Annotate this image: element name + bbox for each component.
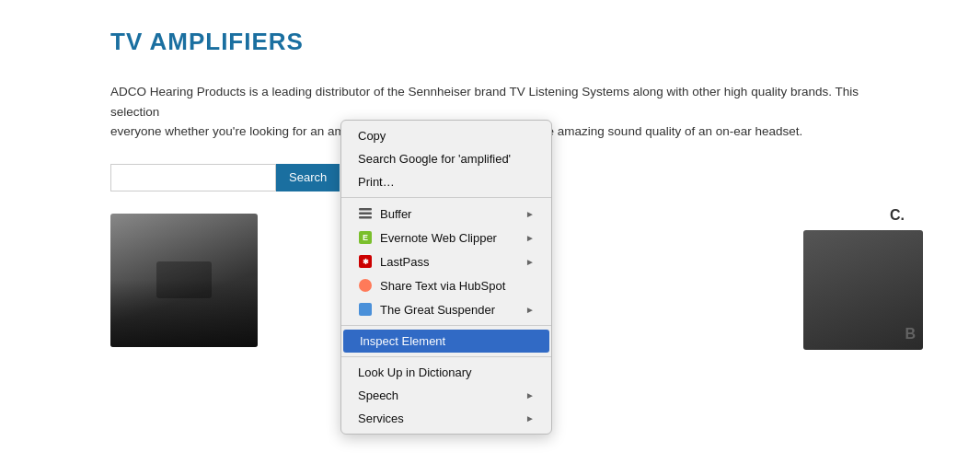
buffer-label: Buffer bbox=[380, 207, 411, 221]
speech-chevron: ► bbox=[525, 390, 535, 400]
product-speaker bbox=[110, 214, 258, 347]
suspender-icon bbox=[358, 302, 373, 317]
page-title: TV AMPLIFIERS bbox=[110, 28, 870, 56]
copy-label: Copy bbox=[358, 129, 386, 143]
hubspot-label: Share Text via HubSpot bbox=[380, 279, 505, 293]
menu-item-print[interactable]: Print… bbox=[341, 170, 551, 193]
product-letter-c: C. bbox=[890, 207, 905, 224]
search-input[interactable] bbox=[110, 164, 276, 191]
menu-item-lookup[interactable]: Look Up in Dictionary bbox=[341, 361, 551, 384]
svg-rect-0 bbox=[359, 208, 372, 211]
menu-item-copy[interactable]: Copy bbox=[341, 124, 551, 147]
evernote-label: Evernote Web Clipper bbox=[380, 231, 497, 245]
description-text-2: everyone whether you're looking for an a… bbox=[110, 124, 345, 138]
menu-divider-1 bbox=[341, 197, 551, 198]
buffer-chevron: ► bbox=[525, 209, 535, 219]
menu-item-search-google[interactable]: Search Google for 'amplified' bbox=[341, 147, 551, 170]
svg-rect-2 bbox=[359, 216, 372, 219]
context-menu: Copy Search Google for 'amplified' Print… bbox=[340, 120, 552, 435]
lastpass-label: LastPass bbox=[380, 255, 429, 269]
evernote-chevron: ► bbox=[525, 233, 535, 243]
suspender-label: The Great Suspender bbox=[380, 303, 495, 317]
print-label: Print… bbox=[358, 175, 395, 189]
lastpass-icon: ✱ bbox=[358, 254, 373, 269]
services-chevron: ► bbox=[525, 413, 535, 423]
menu-item-inspect[interactable]: Inspect Element bbox=[343, 330, 549, 353]
menu-item-speech[interactable]: Speech ► bbox=[341, 384, 551, 407]
buffer-icon bbox=[358, 206, 373, 221]
lastpass-chevron: ► bbox=[525, 257, 535, 267]
menu-divider-3 bbox=[341, 356, 551, 357]
services-label: Services bbox=[358, 412, 404, 425]
speech-label: Speech bbox=[358, 389, 398, 402]
svg-rect-1 bbox=[359, 213, 372, 215]
lookup-label: Look Up in Dictionary bbox=[358, 365, 472, 379]
product-letter-b: B bbox=[905, 326, 916, 342]
product-adapter: B bbox=[803, 230, 923, 350]
menu-item-lastpass[interactable]: ✱ LastPass ► bbox=[341, 249, 551, 273]
search-button[interactable]: Search bbox=[276, 164, 340, 191]
search-google-label: Search Google for 'amplified' bbox=[358, 152, 511, 166]
menu-item-services[interactable]: Services ► bbox=[341, 407, 551, 430]
evernote-icon: E bbox=[358, 230, 373, 245]
description-text-1: ADCO Hearing Products is a leading distr… bbox=[110, 85, 859, 119]
inspect-label: Inspect Element bbox=[360, 334, 445, 348]
menu-item-suspender[interactable]: The Great Suspender ► bbox=[341, 297, 551, 321]
menu-divider-2 bbox=[341, 325, 551, 326]
suspender-chevron: ► bbox=[525, 305, 535, 315]
hubspot-icon bbox=[358, 278, 373, 293]
menu-item-buffer[interactable]: Buffer ► bbox=[341, 202, 551, 226]
menu-item-evernote[interactable]: E Evernote Web Clipper ► bbox=[341, 226, 551, 249]
menu-item-hubspot[interactable]: Share Text via HubSpot bbox=[341, 273, 551, 297]
